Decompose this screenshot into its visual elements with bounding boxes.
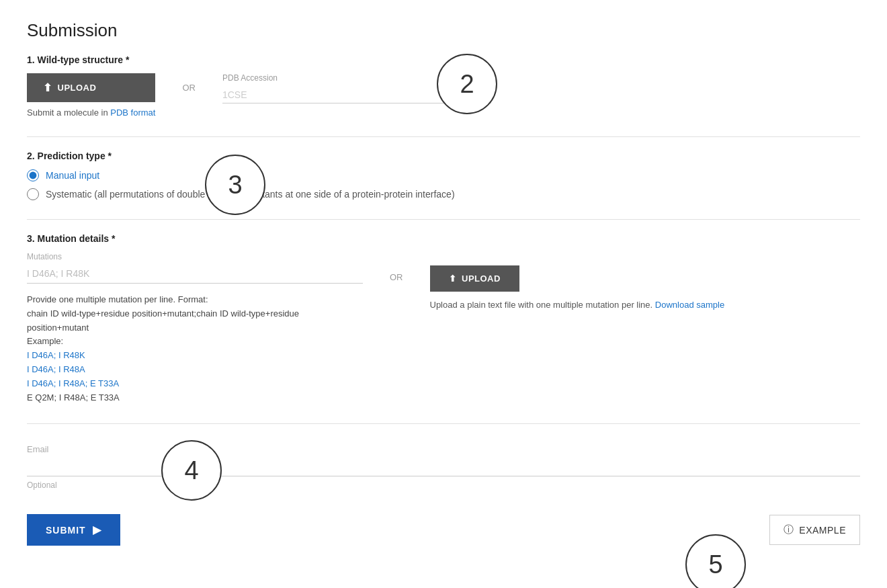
or-divider-2: OR bbox=[390, 252, 403, 282]
email-section: Email Optional bbox=[27, 444, 860, 490]
mutations-label: Mutations bbox=[27, 252, 363, 261]
submit-label: SUBMIT bbox=[46, 525, 86, 536]
radio-manual-label: Manual input bbox=[46, 170, 99, 181]
upload-button-1[interactable]: ⬆ UPLOAD bbox=[27, 73, 155, 102]
upload-arrow-icon: ⬆ bbox=[43, 81, 52, 94]
example-line-2: I D46A; I R48A bbox=[27, 364, 85, 374]
section-1-row: ⬆ UPLOAD Submit a molecule in PDB format… bbox=[27, 73, 860, 118]
radio-manual-input[interactable] bbox=[27, 169, 39, 181]
section-3: 3. Mutation details * Mutations Provide … bbox=[27, 233, 860, 405]
example-label: EXAMPLE bbox=[799, 525, 846, 536]
section-1: 1. Wild-type structure * ⬆ UPLOAD Submit… bbox=[27, 54, 860, 118]
radio-systematic-label: Systematic (all permutations of double a… bbox=[46, 189, 455, 200]
section-2-label: 2. Prediction type * bbox=[27, 151, 860, 161]
pdb-accession-label: PDB Accession bbox=[222, 73, 491, 83]
pdb-format-link[interactable]: PDB format bbox=[110, 108, 155, 118]
submit-button[interactable]: SUBMIT ▶ bbox=[27, 514, 120, 546]
divider-1 bbox=[27, 136, 860, 137]
section-2: 2. Prediction type * Manual input System… bbox=[27, 151, 860, 200]
email-input[interactable] bbox=[27, 457, 860, 476]
section-3-row: Mutations Provide one multiple mutation … bbox=[27, 252, 860, 405]
example-button[interactable]: ⓘ EXAMPLE bbox=[769, 515, 860, 545]
section-1-label: 1. Wild-type structure * bbox=[27, 54, 860, 65]
mutation-input-col: Mutations Provide one multiple mutation … bbox=[27, 252, 363, 405]
mutations-input[interactable] bbox=[27, 264, 363, 284]
pdb-accession-field: PDB Accession bbox=[222, 73, 491, 103]
example-line-1: I D46A; I R48K bbox=[27, 350, 85, 360]
upload-button-1-label: UPLOAD bbox=[58, 83, 97, 93]
upload-right-hint: Upload a plain text file with one multip… bbox=[430, 300, 725, 310]
info-icon: ⓘ bbox=[784, 523, 794, 536]
mutation-hint: Provide one multiple mutation per line. … bbox=[27, 293, 363, 405]
optional-label: Optional bbox=[27, 480, 860, 490]
or-divider-1: OR bbox=[182, 73, 196, 93]
radio-manual[interactable]: Manual input bbox=[27, 169, 860, 181]
page-title: Submission bbox=[27, 20, 860, 41]
upload-hint-1: Submit a molecule in PDB format bbox=[27, 108, 155, 118]
section-3-label: 3. Mutation details * bbox=[27, 233, 860, 244]
example-line-4: E Q2M; I R48A; E T33A bbox=[27, 392, 120, 403]
divider-3 bbox=[27, 423, 860, 424]
radio-systematic-input[interactable] bbox=[27, 188, 39, 200]
prediction-type-group: Manual input Systematic (all permutation… bbox=[27, 169, 860, 200]
divider-2 bbox=[27, 219, 860, 220]
radio-systematic[interactable]: Systematic (all permutations of double a… bbox=[27, 188, 860, 200]
download-sample-link[interactable]: Download sample bbox=[655, 300, 724, 310]
submit-arrow-icon: ▶ bbox=[93, 523, 101, 536]
mutation-hint-line1: Provide one multiple mutation per line. … bbox=[27, 294, 299, 403]
page-wrapper: Submission 1. Wild-type structure * ⬆ UP… bbox=[0, 0, 887, 566]
bottom-row: SUBMIT ▶ ⓘ EXAMPLE bbox=[27, 514, 860, 546]
pdb-accession-input[interactable] bbox=[222, 87, 491, 103]
upload-arrow-icon-2: ⬆ bbox=[449, 274, 457, 284]
email-label: Email bbox=[27, 444, 860, 454]
upload-button-2[interactable]: ⬆ UPLOAD bbox=[430, 265, 519, 292]
upload-col-right: ⬆ UPLOAD Upload a plain text file with o… bbox=[430, 252, 725, 310]
upload-button-2-label: UPLOAD bbox=[462, 274, 501, 284]
example-line-3: I D46A; I R48A; E T33A bbox=[27, 378, 119, 388]
upload-area-1: ⬆ UPLOAD Submit a molecule in PDB format bbox=[27, 73, 155, 118]
